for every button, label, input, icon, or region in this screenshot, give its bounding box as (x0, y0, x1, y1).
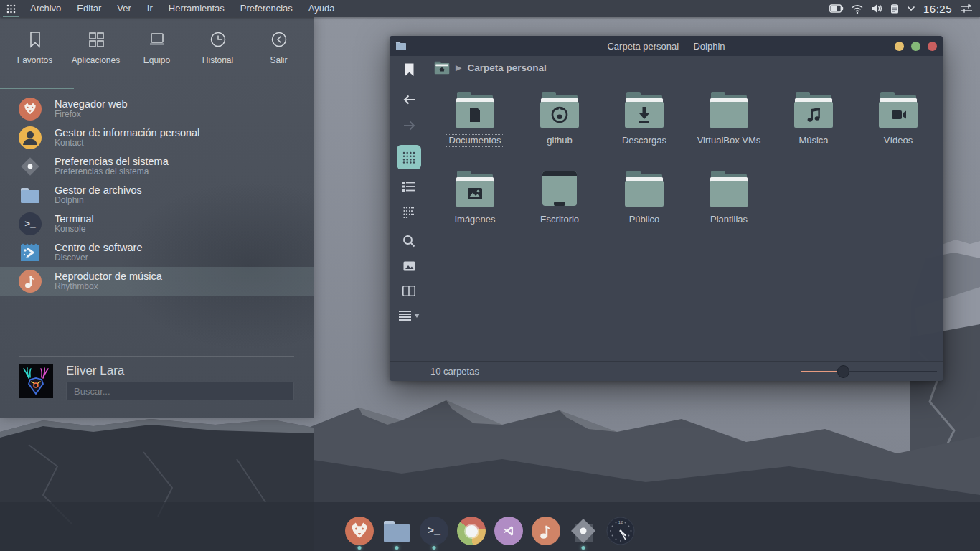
folder-plantillas[interactable]: Plantillas (687, 168, 771, 247)
computer-icon (148, 30, 166, 49)
app-row-kontact[interactable]: Gestor de información personal Kontact (0, 123, 314, 152)
svg-text:12: 12 (618, 520, 623, 524)
dock-item-rhythmbox[interactable] (532, 517, 560, 550)
slider-handle[interactable] (837, 365, 849, 378)
app-title: Centro de software (55, 242, 143, 254)
menubar-menus: Archivo Editar Ver Ir Herramientas Prefe… (30, 0, 334, 17)
back-button[interactable] (402, 94, 416, 105)
forward-arrow-icon (402, 120, 416, 131)
maximize-button[interactable] (911, 42, 920, 51)
icons-view-icon (402, 151, 415, 164)
dock-item-chrome[interactable] (457, 517, 486, 550)
history-clock-icon (209, 30, 227, 49)
search-input[interactable] (66, 382, 294, 400)
tab-label: Historial (202, 55, 233, 65)
app-subtitle: Rhythmbox (55, 282, 162, 292)
tab-salir[interactable]: Salir (249, 30, 309, 79)
app-subtitle: Dolphin (55, 196, 142, 206)
chrome-icon (457, 517, 486, 545)
file-manager-icon (19, 184, 42, 207)
folder-icon-plain (708, 171, 750, 208)
preview-button[interactable] (403, 261, 415, 271)
avatar[interactable] (19, 364, 53, 398)
system-tray: 16:25 (829, 3, 980, 15)
dolphin-sidebar-toolbar (390, 56, 428, 381)
clipboard-icon[interactable] (890, 4, 899, 14)
menu-herramientas[interactable]: Herramientas (169, 0, 225, 17)
rhythmbox-icon (19, 270, 42, 293)
zoom-slider[interactable] (801, 365, 937, 378)
close-button[interactable] (928, 42, 937, 51)
menu-preferencias[interactable]: Preferencias (240, 0, 293, 17)
app-title: Preferencias del sistema (55, 156, 169, 168)
tab-historial[interactable]: Historial (188, 30, 248, 79)
compact-view-icon (403, 207, 415, 218)
sliders-icon[interactable] (960, 4, 973, 14)
app-row-discover[interactable]: Centro de software Discover (0, 238, 314, 267)
kontact-icon (19, 126, 42, 149)
folder-videos[interactable]: Vídeos (856, 89, 941, 168)
details-view-button[interactable] (402, 182, 415, 192)
folder-icon-music (793, 92, 834, 129)
places-bookmark-button[interactable] (404, 63, 415, 77)
leave-icon (270, 30, 288, 49)
menu-ir[interactable]: Ir (147, 0, 153, 17)
minimize-button[interactable] (895, 42, 904, 51)
folder-grid: Documentos github (428, 79, 941, 247)
dock-item-firefox[interactable] (345, 517, 374, 550)
app-row-rhythmbox[interactable]: Reproductor de música Rhythmbox (0, 267, 314, 296)
tab-equipo[interactable]: Equipo (127, 30, 187, 79)
home-folder-icon[interactable] (434, 61, 450, 75)
chevron-down-icon[interactable] (907, 6, 915, 11)
menu-ver[interactable]: Ver (117, 0, 131, 17)
status-folder-count: 10 carpetas (430, 366, 479, 377)
menu-button[interactable] (399, 311, 420, 321)
breadcrumb-separator-icon: ▶ (456, 63, 461, 72)
forward-button[interactable] (402, 120, 416, 131)
dock-item-file-manager[interactable] (382, 517, 411, 550)
battery-icon[interactable] (829, 4, 844, 13)
split-view-button[interactable] (402, 286, 415, 296)
user-name: Eliver Lara (66, 364, 294, 378)
dock-item-terminal[interactable]: >_ (420, 517, 448, 550)
wifi-icon[interactable] (852, 4, 863, 14)
dock-item-system-settings[interactable] (569, 517, 598, 550)
folder-musica[interactable]: Música (771, 89, 856, 168)
menu-editar[interactable]: Editar (77, 0, 101, 17)
bookmark-icon (26, 30, 44, 49)
volume-icon[interactable] (871, 4, 882, 14)
clock[interactable]: 16:25 (923, 3, 952, 15)
folder-virtualbox-vms[interactable]: VirtualBox VMs (687, 89, 771, 168)
desktop: Archivo Editar Ver Ir Herramientas Prefe… (0, 0, 980, 551)
window-titlebar[interactable]: Carpeta personal — Dolphin (390, 36, 943, 56)
system-settings-icon (19, 155, 42, 178)
folder-publico[interactable]: Público (602, 168, 687, 247)
app-row-dolphin[interactable]: Gestor de archivos Dolphin (0, 181, 314, 209)
app-row-konsole[interactable]: >_ Terminal Konsole (0, 209, 314, 238)
menu-archivo[interactable]: Archivo (30, 0, 61, 17)
icons-view-button[interactable] (397, 145, 421, 169)
folder-icon-document (454, 92, 496, 129)
compact-view-button[interactable] (403, 207, 415, 218)
tab-label: Favoritos (17, 55, 52, 65)
app-launcher-button[interactable] (0, 0, 22, 17)
tab-aplicaciones[interactable]: Aplicaciones (66, 30, 126, 79)
app-row-system-settings[interactable]: Preferencias del sistema Preferencias de… (0, 152, 314, 181)
folder-documentos[interactable]: Documentos (433, 89, 517, 168)
dock-item-clock[interactable]: 12 (606, 517, 635, 550)
app-subtitle: Discover (55, 253, 143, 263)
search-button[interactable] (402, 235, 415, 248)
app-row-firefox[interactable]: Navegador web Firefox (0, 95, 314, 123)
folder-icon-image (454, 171, 496, 208)
folder-github[interactable]: github (517, 89, 602, 168)
folder-descargas[interactable]: Descargas (602, 89, 687, 168)
folder-imagenes[interactable]: Imágenes (433, 168, 517, 247)
dock-item-vscode[interactable] (494, 517, 523, 550)
breadcrumb-location[interactable]: Carpeta personal (467, 62, 546, 73)
folder-escritorio[interactable]: Escritorio (517, 168, 602, 247)
menu-ayuda[interactable]: Ayuda (308, 0, 335, 17)
folder-label: Documentos (446, 134, 505, 147)
tab-label: Salir (270, 55, 287, 65)
tab-favoritos[interactable]: Favoritos (5, 30, 65, 79)
terminal-icon: >_ (420, 517, 448, 545)
